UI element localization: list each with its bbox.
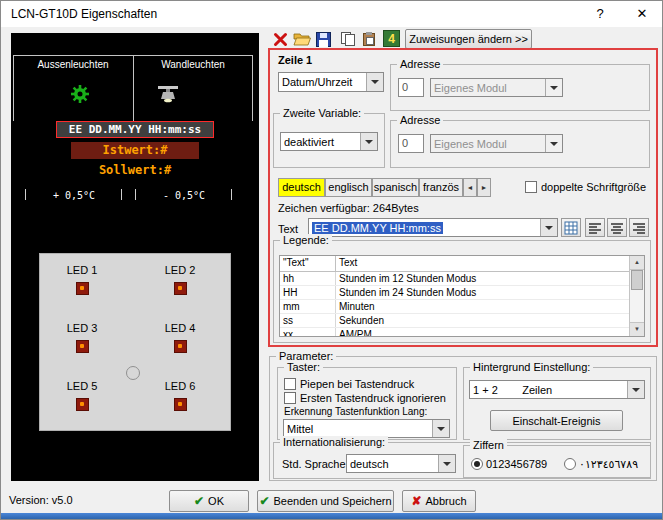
adresse1-module-select[interactable]: Eigenes Modul — [430, 78, 563, 97]
adresse2-value-field[interactable]: 0 — [398, 134, 424, 153]
led-dot — [80, 402, 84, 406]
display-line-istwert[interactable]: Istwert:# — [71, 142, 199, 159]
adresse2-module-value: Eigenes Modul — [431, 138, 545, 150]
led-label: LED 5 — [54, 380, 110, 392]
tab-deutsch[interactable]: deutsch — [278, 178, 325, 197]
taskbar-strip — [1, 513, 662, 520]
window-title: LCN-GT10D Eigenschaften — [11, 7, 157, 21]
adresse1-module-value: Eigenes Modul — [431, 82, 545, 94]
tick-mark — [231, 189, 232, 200]
beep-label[interactable]: Piepen bei Tastendruck — [300, 378, 414, 390]
ok-button[interactable]: ✔ OK — [169, 490, 249, 512]
dropdown-arrow-icon — [432, 420, 449, 437]
std-sprache-label: Std. Sprache — [282, 458, 346, 470]
adresse2-group-label: Adresse — [397, 114, 443, 126]
display-line-sollwert[interactable]: Sollwert:# — [71, 162, 199, 179]
led-dot — [178, 286, 182, 290]
outdoor-light-icon[interactable] — [69, 83, 91, 107]
scroll-thumb[interactable] — [631, 270, 643, 290]
variable2-select[interactable]: deaktiviert — [280, 132, 378, 151]
check-icon: ✔ — [259, 494, 269, 508]
change-assignments-button[interactable]: Zuweisungen ändern >> — [405, 29, 532, 49]
led-item-4[interactable]: LED 4 — [152, 322, 208, 353]
align-right-button[interactable] — [629, 218, 649, 237]
beep-checkbox[interactable] — [284, 378, 296, 390]
legend-code: hh — [280, 272, 336, 285]
tick-mark — [25, 189, 26, 200]
copy-button[interactable] — [338, 30, 357, 48]
led-item-3[interactable]: LED 3 — [54, 322, 110, 353]
led-item-1[interactable]: LED 1 — [54, 264, 110, 295]
tick-mark — [121, 189, 122, 200]
led-item-5[interactable]: LED 5 — [54, 380, 110, 411]
tick-mark — [135, 189, 136, 200]
tab-franzoesisch[interactable]: französ — [419, 178, 463, 197]
ignore-first-checkbox[interactable] — [284, 392, 296, 404]
digits-arabic-label[interactable]: ٠١٢٣٤٥٦٧٨٩ — [579, 458, 638, 471]
digits-western-label[interactable]: 0123456789 — [486, 458, 547, 470]
double-size-checkbox[interactable] — [525, 181, 537, 193]
led-dot — [178, 344, 182, 348]
led-dot — [80, 286, 84, 290]
adresse2-module-select[interactable]: Eigenes Modul — [430, 134, 563, 153]
delete-button[interactable] — [271, 30, 290, 48]
ignore-first-label[interactable]: Ersten Tastendruck ignorieren — [300, 392, 446, 404]
led-label: LED 1 — [54, 264, 110, 276]
legend-scrollbar[interactable]: ▲ ▼ — [629, 256, 644, 336]
led-indicator — [174, 398, 187, 411]
scroll-up-icon[interactable]: ▲ — [630, 256, 644, 270]
legend-header-code[interactable]: "Text" — [280, 256, 336, 271]
einschalt-ereignis-button[interactable]: Einschalt-Ereignis — [490, 410, 623, 431]
chars-available-label: Zeichen verfügbar: 264Bytes — [278, 202, 419, 214]
char-grid-button[interactable] — [561, 218, 581, 237]
paste-button[interactable] — [359, 30, 378, 48]
open-button[interactable] — [292, 30, 311, 48]
display-temp-plus[interactable]: + 0,5°C — [29, 190, 119, 201]
std-sprache-select[interactable]: deutsch — [346, 454, 456, 473]
legend-row[interactable]: HH Stunden im 24 Stunden Modus — [280, 286, 644, 300]
led-panel: LED 1 LED 2 LED 3 LED 4 LED 5 LED 6 — [39, 253, 231, 431]
rotary-knob[interactable] — [126, 366, 140, 380]
legend-desc: Minuten — [336, 300, 644, 313]
save-button[interactable] — [314, 30, 333, 48]
tab-scroll-right-icon[interactable]: ► — [477, 178, 491, 197]
digits-arabic-radio[interactable] — [564, 458, 576, 470]
tab-scroll-left-icon[interactable]: ◄ — [463, 178, 477, 197]
zeilen-select[interactable]: 1 + 2 Zeilen — [469, 380, 645, 399]
align-center-button[interactable] — [607, 218, 627, 237]
adresse1-value-field[interactable]: 0 — [398, 78, 424, 97]
align-right-icon — [632, 222, 646, 234]
help-button[interactable]: ? — [585, 4, 615, 24]
save-exit-button[interactable]: ✔ Beenden und Speichern — [257, 490, 394, 512]
legend-header-desc[interactable]: Text — [336, 256, 644, 271]
legend-desc: Stunden im 24 Stunden Modus — [336, 286, 644, 299]
zeilen-value: 1 + 2 Zeilen — [470, 384, 627, 396]
change-assignments-label: Zuweisungen ändern >> — [409, 33, 528, 45]
variable1-select[interactable]: Datum/Uhrzeit — [278, 72, 384, 92]
legend-row[interactable]: hh Stunden im 12 Stunden Modus — [280, 272, 644, 286]
legend-row[interactable]: xx AM/PM — [280, 328, 644, 337]
scroll-down-icon[interactable]: ▼ — [630, 322, 644, 336]
legend-code: mm — [280, 300, 336, 313]
close-button[interactable]: ✕ — [627, 4, 657, 24]
tab-spanisch[interactable]: spanisch — [372, 178, 419, 197]
page-4-button[interactable]: 4 — [383, 30, 400, 47]
led-item-2[interactable]: LED 2 — [152, 264, 208, 295]
digits-western-radio[interactable] — [471, 458, 483, 470]
led-item-6[interactable]: LED 6 — [152, 380, 208, 411]
cancel-button[interactable]: ✘ Abbruch — [402, 490, 476, 512]
double-size-label[interactable]: doppelte Schriftgröße — [541, 181, 646, 193]
text-combo[interactable]: EE DD.MM.YY HH:mm:ss — [308, 218, 558, 237]
display-header-right[interactable]: Wandleuchten — [133, 59, 253, 70]
tab-englisch[interactable]: englisch — [325, 178, 372, 197]
display-header-left[interactable]: Aussenleuchten — [13, 59, 133, 70]
align-left-button[interactable] — [585, 218, 605, 237]
display-line-datetime[interactable]: EE DD.MM.YY HH:mm:ss — [56, 121, 214, 138]
wall-light-icon[interactable] — [157, 85, 179, 105]
led-label: LED 3 — [54, 322, 110, 334]
legend-row[interactable]: ss Sekunden — [280, 314, 644, 328]
grid-icon — [564, 221, 578, 235]
legend-row[interactable]: mm Minuten — [280, 300, 644, 314]
display-temp-minus[interactable]: - 0,5°C — [139, 190, 229, 201]
detect-label: Erkennung Tastenfunktion Lang: — [284, 406, 427, 417]
